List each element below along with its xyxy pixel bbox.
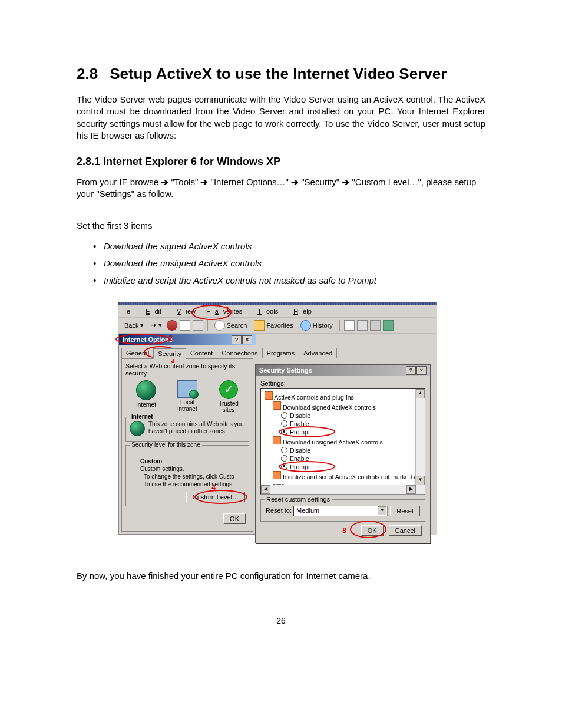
reset-group-label: Reset custom settings <box>265 496 332 503</box>
io-ok-button[interactable]: OK <box>223 513 246 524</box>
settings-tree[interactable]: ActiveX controls and plug-ins Download s… <box>260 388 425 495</box>
radio-enable[interactable] <box>281 455 287 462</box>
zone-local-intranet[interactable]: Local intranet <box>171 380 204 413</box>
intranet-icon <box>177 380 197 398</box>
globe-icon <box>136 380 156 400</box>
reset-button[interactable]: Reset <box>390 506 420 516</box>
custom-level-button[interactable]: Custom Level… <box>186 492 245 502</box>
closing-paragraph: By now, you have finished your entire PC… <box>77 571 485 581</box>
section-title: Setup ActiveX to use the Internet Video … <box>110 65 447 83</box>
nav-paragraph: From your IE browse ➔ "Tools" ➔ "Interne… <box>77 176 485 200</box>
menu-favorites[interactable]: Favorites <box>201 307 247 316</box>
scroll-down-icon[interactable]: ▼ <box>416 476 425 485</box>
reset-select[interactable]: Medium ▼ <box>293 506 388 516</box>
intro-paragraph: The Video Server web pages communicate w… <box>77 94 485 141</box>
arrow-icon: ➔ <box>342 177 349 187</box>
menu-file[interactable]: e <box>122 307 135 316</box>
horizontal-scrollbar[interactable]: ◀ ▶ <box>261 485 416 494</box>
tab-advanced[interactable]: Advanced <box>299 348 337 358</box>
print-icon[interactable] <box>357 320 368 331</box>
bullet-item: Download the signed ActiveX controls <box>104 241 485 251</box>
zone-internet[interactable]: Internet <box>130 380 163 413</box>
zone-desc-text: This zone contains all Web sites you hav… <box>130 421 245 435</box>
scroll-up-icon[interactable]: ▲ <box>416 389 425 398</box>
activex-icon <box>273 471 281 479</box>
radio-disable[interactable] <box>281 412 287 419</box>
home-icon[interactable] <box>193 320 203 331</box>
activex-icon <box>273 401 281 410</box>
arrow-icon: ➔ <box>200 177 208 187</box>
tab-general[interactable]: General <box>121 348 154 358</box>
search-icon <box>214 320 225 331</box>
custom-line: - To use the recommended settings, <box>140 480 245 488</box>
help-button[interactable]: ? <box>232 335 242 344</box>
edit-icon[interactable] <box>370 320 381 331</box>
reset-to-label: Reset to: <box>266 507 292 514</box>
ss-cancel-button[interactable]: Cancel <box>389 525 422 536</box>
radio-enable[interactable] <box>281 420 287 427</box>
zone-row: Internet Local intranet ✓ Trusted sites <box>125 380 249 413</box>
favorites-icon <box>254 320 265 331</box>
menu-tools[interactable]: Tools <box>248 307 283 316</box>
menu-view[interactable]: View <box>167 307 200 316</box>
arrow-icon: ➔ <box>291 177 299 187</box>
ss-title-text: Security Settings <box>259 367 312 374</box>
security-settings-dialog: Security Settings ? × Settings: ActiveX … <box>255 364 431 543</box>
reset-group: Reset custom settings Reset to: Medium ▼… <box>260 499 425 522</box>
refresh-icon[interactable] <box>180 320 190 331</box>
ss-titlebar: Security Settings ? × <box>256 365 430 376</box>
activex-icon <box>273 436 281 444</box>
zone-desc-title: Internet <box>130 413 155 420</box>
section-heading: 2.8Setup ActiveX to use the Internet Vid… <box>77 65 485 83</box>
custom-line: - To change the settings, click Custo <box>140 473 245 480</box>
help-button[interactable]: ? <box>406 366 416 375</box>
security-level-box: Security level for this zone Custom Cust… <box>125 445 249 506</box>
radio-prompt[interactable] <box>281 463 287 470</box>
forward-button[interactable]: ➔ ▾ <box>148 321 164 330</box>
scroll-right-icon[interactable]: ▶ <box>406 485 416 494</box>
history-button[interactable]: History <box>298 319 335 331</box>
close-button[interactable]: × <box>416 366 427 375</box>
chevron-down-icon: ▼ <box>378 506 386 515</box>
seclevel-label: Security level for this zone <box>130 442 202 448</box>
ie-screenshot: e Edit View Favorites Tools Help 1 Back … <box>118 302 437 535</box>
tab-security[interactable]: Security <box>153 348 186 359</box>
tab-connections[interactable]: Connections <box>217 348 262 358</box>
globe-icon-small <box>130 421 145 436</box>
internet-options-dialog: Internet Options ? × 2 General Security … <box>118 334 256 535</box>
favorites-button[interactable]: Favorites <box>252 319 295 331</box>
search-button[interactable]: Search <box>212 319 250 331</box>
back-button[interactable]: Back ▾ <box>122 321 146 330</box>
activex-icon <box>265 391 273 400</box>
section-number: 2.8 <box>77 65 98 83</box>
zone-prompt: Select a Web content zone to specify its… <box>125 363 249 377</box>
custom-line: Custom settings. <box>140 465 245 473</box>
zone-trusted-sites[interactable]: ✓ Trusted sites <box>212 380 245 413</box>
tab-content[interactable]: Content <box>186 348 218 358</box>
bullet-item: Initialize and script the ActiveX contro… <box>104 275 485 285</box>
discuss-icon[interactable] <box>383 320 394 331</box>
radio-disable[interactable] <box>281 447 287 453</box>
tab-programs[interactable]: Programs <box>262 348 300 358</box>
set-label: Set the first 3 items <box>77 220 485 230</box>
security-tab-content: Select a Web content zone to specify its… <box>121 358 253 532</box>
ie-menu-bar: e Edit View Favorites Tools Help 1 <box>118 305 437 318</box>
vertical-scrollbar[interactable]: ▲ ▼ <box>415 389 425 494</box>
scroll-left-icon[interactable]: ◀ <box>261 485 270 494</box>
arrow-icon: ➔ <box>161 177 168 187</box>
ss-ok-button[interactable]: OK <box>361 525 384 536</box>
settings-label: Settings: <box>260 380 425 387</box>
history-icon <box>300 320 311 331</box>
radio-prompt[interactable] <box>281 429 287 435</box>
custom-title: Custom <box>140 457 245 465</box>
stop-icon[interactable] <box>167 320 177 331</box>
close-button[interactable]: × <box>242 335 252 344</box>
bullet-list: Download the signed ActiveX controls Dow… <box>77 241 485 285</box>
io-title-text: Internet Options <box>123 336 173 343</box>
menu-help[interactable]: Help <box>284 307 316 316</box>
menu-edit[interactable]: Edit <box>136 307 166 316</box>
ie-toolbar: Back ▾ ➔ ▾ Search Favorites History <box>118 318 437 334</box>
page-number: 26 <box>77 616 485 625</box>
io-tabstrip: General Security Content Connections Pro… <box>119 345 256 358</box>
mail-icon[interactable] <box>344 320 355 331</box>
